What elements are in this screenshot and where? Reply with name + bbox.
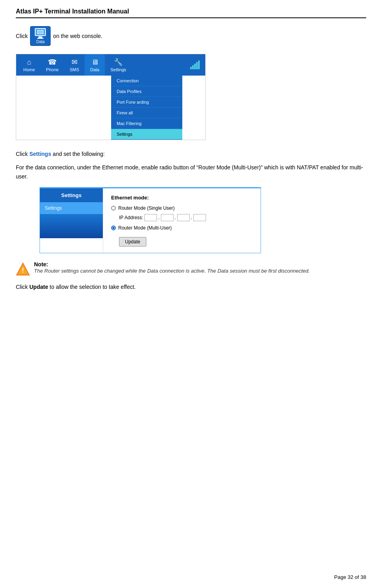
nav-data[interactable]: 🖥 Data [85, 54, 105, 76]
nav-bar: ⌂ Home ☎ Phone ✉ SMS 🖥 Data 🔧 Settings [16, 54, 205, 76]
settings-icon: 🔧 [114, 58, 123, 66]
paragraph1: Click Settings and set the following: [16, 150, 366, 158]
data-icon-label: Data [36, 40, 45, 44]
nav-phone-label: Phone [46, 67, 59, 72]
ip-field-1[interactable] [144, 214, 157, 221]
svg-rect-3 [196, 62, 198, 69]
nav-home[interactable]: ⌂ Home [18, 54, 40, 76]
eth-mode-label: Ethernet mode: [111, 195, 253, 201]
radio-single-user[interactable] [111, 206, 116, 211]
ip-field-4[interactable] [193, 214, 206, 221]
settings-main: Ethernet mode: Router Mode (Single User)… [103, 188, 261, 253]
update-text: Update [29, 284, 48, 290]
nav-data-label: Data [90, 67, 99, 72]
monitor-base [37, 38, 43, 39]
ip-field-2[interactable] [161, 214, 174, 221]
svg-rect-2 [194, 64, 196, 69]
settings-screenshot: Settings Settings Ethernet mode: Router … [40, 187, 261, 253]
settings-sidebar-header: Settings [40, 188, 103, 202]
svg-rect-4 [198, 61, 200, 69]
click-text-2: Click [16, 151, 29, 157]
multi-user-label: Router Mode (Multi-User) [118, 225, 172, 231]
click-prefix-text: Click [16, 33, 28, 39]
on-console-text: on the web console. [53, 33, 102, 39]
settings-sidebar: Settings Settings [40, 188, 103, 253]
svg-text:!: ! [22, 267, 24, 274]
nav-settings-label: Settings [110, 67, 126, 72]
nav-settings[interactable]: 🔧 Settings [105, 54, 132, 76]
update-button[interactable]: Update [119, 237, 146, 247]
phone-icon: ☎ [48, 58, 57, 66]
warning-icon: ! [16, 262, 30, 276]
radio-single-user-row: Router Mode (Single User) [111, 205, 253, 211]
paragraph1-rest: and set the following: [53, 151, 105, 157]
note-label: Note: [34, 261, 48, 267]
paragraph3: Click Update to allow the selection to t… [16, 283, 366, 291]
nav-home-label: Home [23, 67, 35, 72]
radio-multi-user-row: Router Mode (Multi-User) [111, 225, 253, 231]
radio-multi-user[interactable] [111, 226, 116, 230]
note-text-block: Note: The Router settings cannot be chan… [34, 261, 310, 274]
svg-rect-1 [192, 65, 194, 69]
single-user-label: Router Mode (Single User) [118, 205, 175, 211]
dropdown-port-forwarding[interactable]: Port Forw arding [111, 97, 182, 108]
nav-phone[interactable]: ☎ Phone [40, 54, 64, 76]
paragraph2: For the data connection, under the Ether… [16, 163, 366, 181]
svg-rect-0 [190, 67, 192, 69]
nav-dropdown: Connection Data Profiles Port Forw ardin… [111, 76, 182, 140]
data-nav-button[interactable]: Data [30, 26, 51, 46]
dropdown-firewall[interactable]: Firew all [111, 108, 182, 118]
page-footer: Page 32 of 38 [334, 574, 366, 580]
paragraph3-rest: to allow the selection to take effect. [50, 284, 136, 290]
dropdown-mac-filtering[interactable]: Mac Filtering [111, 118, 182, 129]
home-icon: ⌂ [27, 58, 31, 66]
ip-dot-3: . [191, 215, 192, 220]
settings-sidebar-item[interactable]: Settings [40, 202, 103, 214]
sms-icon: ✉ [72, 58, 78, 66]
signal-icon [190, 61, 200, 69]
page-title: Atlas IP+ Terminal Installation Manual [16, 8, 366, 18]
click-text-3: Click [16, 284, 29, 290]
intro-line: Click Data on the web console. [16, 26, 366, 46]
nav-sms-label: SMS [70, 67, 79, 72]
dropdown-connection[interactable]: Connection [111, 76, 182, 86]
dropdown-data-profiles[interactable]: Data Profiles [111, 86, 182, 97]
dropdown-settings[interactable]: Settings [111, 129, 182, 140]
settings-link[interactable]: Settings [29, 151, 51, 157]
ip-dot-2: . [175, 215, 176, 220]
ip-address-row: IP Address: . . . [119, 214, 253, 221]
note-body: The Router settings cannot be changed wh… [34, 268, 310, 274]
ip-dot-1: . [158, 215, 159, 220]
data-icon: 🖥 [91, 58, 98, 66]
ip-label: IP Address: [119, 215, 143, 220]
nav-screenshot: ⌂ Home ☎ Phone ✉ SMS 🖥 Data 🔧 Settings [16, 54, 206, 140]
nav-sms[interactable]: ✉ SMS [64, 54, 85, 76]
ip-field-3[interactable] [177, 214, 190, 221]
note-section: ! Note: The Router settings cannot be ch… [16, 261, 366, 276]
monitor-icon [35, 28, 46, 36]
